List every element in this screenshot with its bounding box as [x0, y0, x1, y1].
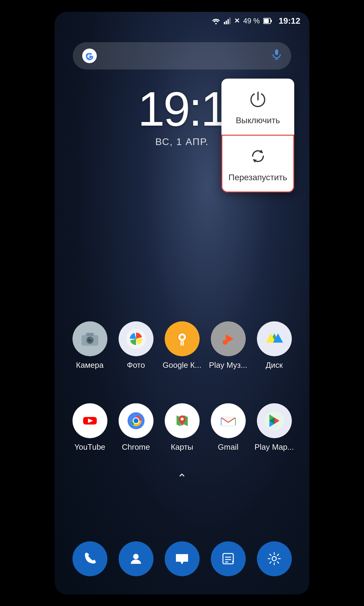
chevron-up-icon: ⌃	[177, 471, 187, 485]
svg-rect-3	[228, 19, 229, 24]
shutdown-button[interactable]: Выключить	[221, 79, 294, 135]
svg-point-24	[180, 335, 184, 339]
app-photos[interactable]: Фото	[115, 321, 157, 370]
signal-icon	[224, 18, 231, 24]
camera-label: Камера	[76, 361, 104, 370]
app-play-music[interactable]: Play Муз...	[207, 321, 249, 370]
app-drawer-arrow[interactable]: ⌃	[55, 471, 309, 485]
svg-rect-7	[264, 19, 269, 23]
play-store-label: Play Map...	[254, 442, 294, 452]
restart-icon	[250, 148, 266, 168]
svg-rect-10	[275, 49, 278, 55]
app-chrome[interactable]: Chrome	[115, 403, 157, 452]
app-drive[interactable]: Диск	[253, 321, 295, 370]
dock-settings[interactable]	[257, 541, 292, 576]
play-music-label: Play Муз...	[209, 361, 247, 370]
gmail-icon	[211, 403, 246, 438]
app-camera[interactable]: Камера	[69, 321, 111, 370]
svg-point-55	[133, 554, 139, 559]
keep-icon	[165, 321, 200, 356]
play-music-icon	[211, 321, 246, 356]
photos-icon	[119, 321, 153, 356]
svg-point-61	[272, 557, 276, 561]
svg-point-0	[215, 23, 217, 24]
power-off-icon	[250, 91, 266, 111]
dock-phone[interactable]	[72, 541, 107, 576]
app-play-store[interactable]: Play Map...	[253, 403, 295, 452]
svg-rect-2	[226, 21, 227, 24]
google-logo: G	[82, 48, 97, 63]
keep-label: Google К...	[163, 361, 201, 370]
battery-percent: 49 %	[243, 17, 260, 25]
drive-label: Диск	[266, 361, 283, 370]
svg-point-46	[180, 418, 184, 421]
drive-icon	[257, 321, 292, 356]
svg-point-42	[133, 418, 138, 423]
chrome-icon	[119, 403, 153, 438]
voice-search-icon[interactable]	[271, 49, 282, 63]
svg-rect-16	[86, 333, 94, 336]
maps-icon	[165, 403, 200, 438]
photos-label: Фото	[127, 361, 145, 370]
svg-rect-6	[271, 20, 272, 22]
app-keep[interactable]: Google К...	[161, 321, 203, 370]
status-icons: ✕ 49 % 19:12	[212, 16, 300, 26]
dock-contacts[interactable]	[119, 541, 153, 576]
chrome-label: Chrome	[122, 442, 150, 452]
maps-label: Карты	[171, 442, 193, 452]
gmail-label: Gmail	[218, 442, 238, 452]
svg-point-20	[90, 338, 92, 340]
svg-point-29	[223, 340, 228, 345]
wifi-icon	[212, 18, 220, 24]
svg-rect-4	[229, 18, 231, 24]
clock-time-status: 19:12	[278, 16, 300, 26]
youtube-icon	[72, 403, 107, 438]
shutdown-label: Выключить	[236, 116, 280, 125]
dock	[55, 541, 309, 576]
restart-button[interactable]: Перезапустить	[221, 135, 294, 192]
dock-messages[interactable]	[165, 541, 200, 576]
camera-icon	[72, 321, 107, 356]
battery-icon	[263, 18, 272, 24]
app-row-2: YouTube	[55, 403, 309, 452]
app-maps[interactable]: Карты	[161, 403, 203, 452]
search-bar[interactable]: G	[73, 42, 291, 69]
app-gmail[interactable]: Gmail	[207, 403, 249, 452]
no-data-icon: ✕	[234, 17, 240, 25]
play-store-icon	[257, 403, 292, 438]
svg-rect-1	[224, 22, 225, 24]
dock-files[interactable]	[211, 541, 246, 576]
app-row-1: Камера Фото	[55, 321, 309, 370]
youtube-label: YouTube	[74, 442, 105, 452]
app-youtube[interactable]: YouTube	[69, 403, 111, 452]
restart-label: Перезапустить	[228, 173, 287, 182]
power-menu: Выключить Перезапустить	[221, 79, 294, 192]
status-bar: ✕ 49 % 19:12	[55, 12, 309, 30]
